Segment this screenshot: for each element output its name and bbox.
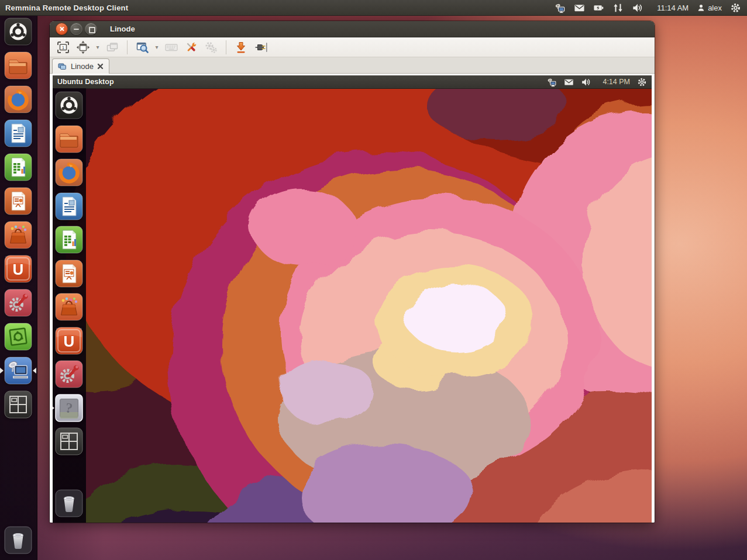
fit-window-button[interactable] [74,39,92,55]
grab-keyboard-button [163,39,180,55]
window-minimize-button[interactable] [70,23,82,35]
remote-monitor-icon [58,63,67,71]
workspace-switcher-launcher-icon[interactable] [4,390,32,419]
remmina-launcher-icon[interactable] [4,357,32,385]
mail-indicator-icon[interactable] [574,2,585,13]
ubuntu-dash-launcher-icon[interactable] [55,91,83,119]
unknown-app-launcher-icon[interactable] [55,394,83,422]
software-center-launcher-icon[interactable] [4,221,32,249]
files-launcher-icon[interactable] [4,51,32,79]
disconnect-button[interactable] [252,39,270,55]
remote-top-panel: Ubuntu Desktop 4:14 PM [53,75,652,89]
host-clock[interactable]: 11:14 AM [657,4,689,12]
tab-linode[interactable]: Linode [52,58,109,74]
libreoffice-calc-launcher-icon[interactable] [4,153,32,181]
libreoffice-writer-launcher-icon[interactable] [55,192,83,220]
host-top-panel: Remmina Remote Desktop Client 11:14 AM a… [0,0,747,16]
system-settings-launcher-icon[interactable] [4,289,32,317]
window-title: Linode [110,25,135,33]
preferences-button [202,39,220,55]
connection-tabbar: Linode [50,57,655,74]
firefox-launcher-icon[interactable] [4,85,32,113]
toolbar-separator [226,40,226,54]
remmina-window: Linode ▾▾ Linode Ubuntu Desktop 4:14 PM [50,21,655,523]
fit-window-dropdown-arrow[interactable]: ▾ [94,44,101,50]
trash-launcher-icon[interactable] [4,526,32,554]
username: alex [708,4,722,12]
remote-viewer[interactable]: Ubuntu Desktop 4:14 PM [50,74,655,523]
network-traffic-indicator-icon[interactable] [612,2,624,13]
remote-tray-icons [547,77,595,87]
host-tray-icons [555,2,649,13]
trash-launcher-icon[interactable] [55,489,83,517]
remote-unity-launcher [53,88,86,523]
remote-wallpaper [53,88,652,523]
volume-indicator-icon[interactable] [581,77,591,87]
mail-indicator-icon[interactable] [564,77,574,87]
remote-clock[interactable]: 4:14 PM [603,78,630,86]
remote-screen[interactable]: Ubuntu Desktop 4:14 PM [53,75,652,523]
tools-button[interactable] [183,39,200,55]
window-titlebar[interactable]: Linode [50,21,655,37]
window-maximize-button[interactable] [85,23,97,35]
scaled-mode-dropdown-arrow[interactable]: ▾ [153,44,160,50]
remote-session-indicator-icon[interactable] [555,2,566,13]
gear-icon [730,2,741,13]
user-menu[interactable]: alex [697,4,722,12]
active-app-title: Remmina Remote Desktop Client [0,4,128,12]
fullscreen-button[interactable] [54,39,72,55]
libreoffice-impress-launcher-icon[interactable] [55,260,83,288]
scaled-mode-button[interactable] [133,39,151,55]
remmina-toolbar: ▾▾ [50,37,655,57]
remote-session-indicator-icon[interactable] [547,77,557,87]
ubuntu-one-launcher-icon[interactable] [55,327,83,355]
toolbar-separator [127,40,128,54]
tab-label: Linode [71,62,94,71]
volume-indicator-icon[interactable] [632,2,643,13]
duplicate-connection-button [104,39,121,55]
software-center-launcher-icon[interactable] [55,293,83,321]
tab-close-icon[interactable] [97,63,104,70]
session-menu[interactable] [730,2,741,13]
user-icon [697,4,705,12]
remote-gear-icon[interactable] [637,77,647,87]
unity-launcher [0,15,37,560]
minimize-to-tray-button[interactable] [232,39,250,55]
remote-panel-title: Ubuntu Desktop [53,78,114,86]
libreoffice-impress-launcher-icon[interactable] [4,187,32,215]
software-updater-launcher-icon[interactable] [4,323,32,351]
window-close-button[interactable] [56,23,68,35]
system-settings-launcher-icon[interactable] [55,360,83,388]
libreoffice-calc-launcher-icon[interactable] [55,226,83,254]
battery-indicator-icon[interactable] [593,2,604,13]
ubuntu-one-launcher-icon[interactable] [4,255,32,283]
files-launcher-icon[interactable] [55,125,83,153]
ubuntu-dash-launcher-icon[interactable] [4,18,32,46]
libreoffice-writer-launcher-icon[interactable] [4,119,32,147]
workspace-switcher-launcher-icon[interactable] [55,427,83,455]
firefox-launcher-icon[interactable] [55,158,83,186]
